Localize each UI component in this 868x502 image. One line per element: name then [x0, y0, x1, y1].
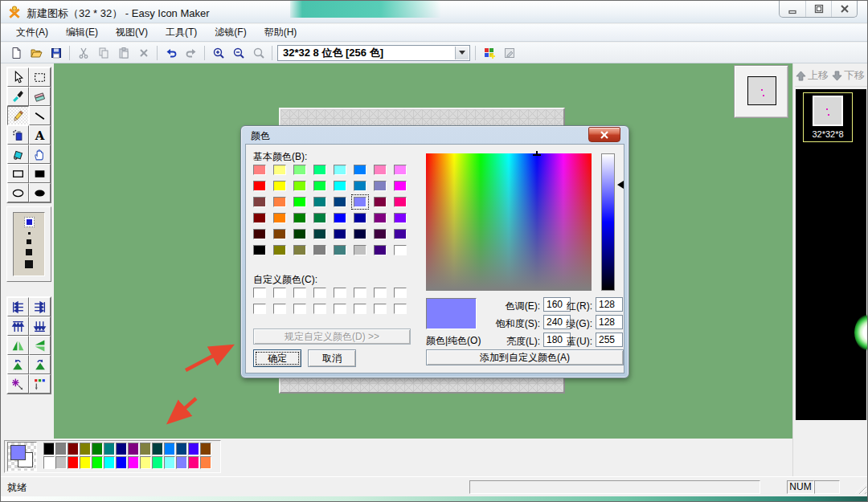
- palette-swatch[interactable]: [188, 456, 199, 469]
- basic-color-swatch[interactable]: [394, 245, 407, 255]
- basic-color-swatch[interactable]: [374, 197, 387, 207]
- basic-color-swatch[interactable]: [334, 229, 346, 239]
- basic-color-swatch[interactable]: [253, 197, 266, 207]
- basic-color-swatch[interactable]: [273, 181, 286, 191]
- palette-swatch[interactable]: [104, 456, 115, 469]
- basic-color-swatch[interactable]: [374, 165, 387, 175]
- tool-rectangle[interactable]: [7, 164, 29, 183]
- brush-size-3[interactable]: [27, 239, 31, 244]
- open-button[interactable]: [26, 44, 46, 62]
- foreground-color-chip[interactable]: [10, 445, 26, 460]
- tool-shift-right[interactable]: [29, 297, 51, 316]
- add-to-custom-colors-button[interactable]: 添加到自定义颜色(A): [426, 349, 624, 365]
- menu-file[interactable]: 文件(A): [7, 24, 57, 41]
- cut-button[interactable]: [73, 44, 93, 62]
- tool-marquee[interactable]: [29, 67, 51, 87]
- basic-color-swatch[interactable]: [354, 197, 366, 207]
- tool-effect-rays[interactable]: [7, 374, 29, 394]
- combobox-dropdown-button[interactable]: [455, 47, 469, 59]
- new-format-button[interactable]: [479, 44, 499, 62]
- palette-swatch[interactable]: [116, 456, 127, 469]
- basic-color-swatch[interactable]: [354, 181, 366, 191]
- basic-color-swatch[interactable]: [253, 165, 266, 175]
- image-format-list[interactable]: 32*32*8: [796, 89, 866, 420]
- menu-edit[interactable]: 编辑(E): [57, 24, 107, 41]
- basic-color-swatch[interactable]: [334, 213, 346, 223]
- tool-shift-up[interactable]: [7, 316, 29, 336]
- hue-saturation-field[interactable]: [426, 153, 592, 291]
- maximize-button[interactable]: [805, 1, 831, 17]
- tool-shift-down[interactable]: [29, 316, 51, 336]
- custom-color-swatch[interactable]: [334, 288, 346, 298]
- define-custom-colors-button[interactable]: 规定自定义颜色(D) >>: [253, 329, 411, 345]
- palette-swatch[interactable]: [200, 443, 211, 455]
- basic-color-swatch[interactable]: [354, 229, 366, 239]
- basic-color-swatch[interactable]: [354, 245, 366, 255]
- custom-color-swatch[interactable]: [334, 304, 346, 314]
- basic-color-swatch[interactable]: [313, 197, 326, 207]
- tool-rotate-left[interactable]: [7, 355, 29, 374]
- basic-color-swatch[interactable]: [273, 165, 286, 175]
- basic-color-swatch[interactable]: [253, 229, 266, 239]
- tool-rotate-right[interactable]: [29, 355, 51, 374]
- menu-view[interactable]: 视图(V): [107, 24, 157, 41]
- cancel-button[interactable]: 取消: [308, 349, 356, 367]
- basic-color-swatch[interactable]: [334, 165, 346, 175]
- custom-color-swatch[interactable]: [354, 304, 366, 314]
- basic-color-swatch[interactable]: [293, 245, 306, 255]
- basic-color-swatch[interactable]: [334, 181, 346, 191]
- luminance-bar[interactable]: [601, 153, 615, 291]
- edit-format-button[interactable]: [499, 44, 519, 62]
- custom-color-swatch[interactable]: [313, 288, 326, 298]
- palette-swatch[interactable]: [55, 443, 67, 455]
- menu-help[interactable]: 帮助(H): [256, 24, 306, 41]
- palette-swatch[interactable]: [188, 443, 199, 455]
- minimize-button[interactable]: [780, 1, 805, 17]
- palette-swatch[interactable]: [104, 443, 115, 455]
- custom-color-swatch[interactable]: [394, 304, 407, 314]
- basic-color-swatch[interactable]: [374, 229, 387, 239]
- basic-color-swatch[interactable]: [313, 213, 326, 223]
- brush-size-5[interactable]: [25, 260, 33, 268]
- tool-eyedropper[interactable]: [7, 87, 29, 106]
- basic-color-swatch[interactable]: [394, 165, 407, 175]
- basic-color-swatch[interactable]: [354, 213, 366, 223]
- custom-color-swatch[interactable]: [374, 304, 387, 314]
- save-button[interactable]: [46, 44, 66, 62]
- tool-pencil[interactable]: [7, 106, 29, 125]
- basic-color-swatch[interactable]: [334, 245, 346, 255]
- menu-filter[interactable]: 滤镜(F): [206, 24, 255, 41]
- brush-size-4[interactable]: [26, 249, 32, 255]
- menu-tools[interactable]: 工具(T): [157, 24, 206, 41]
- custom-color-swatch[interactable]: [313, 304, 326, 314]
- zoom-out-button[interactable]: [228, 44, 248, 62]
- basic-color-swatch[interactable]: [313, 245, 326, 255]
- ok-button[interactable]: 确定: [253, 349, 301, 367]
- palette-swatch[interactable]: [152, 443, 163, 455]
- custom-color-swatch[interactable]: [293, 288, 306, 298]
- palette-swatch[interactable]: [140, 443, 151, 455]
- basic-color-swatch[interactable]: [293, 229, 306, 239]
- copy-button[interactable]: [93, 44, 113, 62]
- basic-color-swatch[interactable]: [273, 213, 286, 223]
- dialog-close-button[interactable]: [588, 127, 620, 142]
- paste-button[interactable]: [113, 44, 133, 62]
- move-up-button[interactable]: 上移: [794, 67, 830, 84]
- basic-color-swatch[interactable]: [313, 229, 326, 239]
- luminance-slider-arrow[interactable]: [617, 181, 624, 189]
- tool-effect-colors[interactable]: [29, 374, 51, 394]
- palette-swatch[interactable]: [68, 443, 79, 455]
- palette-swatch[interactable]: [164, 456, 175, 469]
- delete-button[interactable]: [133, 44, 154, 62]
- tool-line[interactable]: [29, 106, 51, 125]
- tool-flip-vertical[interactable]: [29, 336, 51, 355]
- custom-color-swatch[interactable]: [273, 304, 286, 314]
- undo-button[interactable]: [161, 44, 181, 62]
- tool-hand[interactable]: [29, 145, 51, 164]
- palette-swatch[interactable]: [128, 443, 139, 455]
- tool-ellipse[interactable]: [7, 183, 29, 202]
- move-down-button[interactable]: 下移: [830, 67, 866, 84]
- tool-text[interactable]: A: [29, 125, 51, 145]
- image-format-item-selected[interactable]: 32*32*8: [803, 92, 853, 142]
- basic-color-swatch[interactable]: [253, 213, 266, 223]
